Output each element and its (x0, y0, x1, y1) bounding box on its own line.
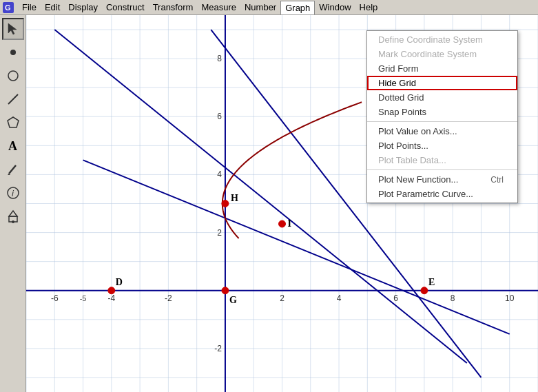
svg-point-13 (12, 220, 14, 223)
svg-text:G: G (5, 3, 11, 12)
main-area: A i Define Coordinat (0, 15, 538, 392)
svg-marker-12 (9, 211, 17, 216)
menu-plot-new-function[interactable]: Plot New Function... Ctrl (367, 172, 517, 187)
menu-plot-table-data[interactable]: Plot Table Data... (367, 153, 517, 167)
arrow-tool[interactable] (2, 18, 24, 40)
menu-window[interactable]: Window (315, 1, 355, 14)
svg-marker-8 (8, 174, 10, 175)
svg-line-7 (9, 165, 16, 174)
menu-transform[interactable]: Transform (149, 1, 198, 14)
menu-edit[interactable]: Edit (41, 1, 64, 14)
toolbar: A i (0, 15, 26, 392)
svg-marker-6 (8, 117, 19, 127)
marker-tool[interactable] (2, 158, 24, 180)
compass-tool[interactable] (2, 65, 24, 87)
menu-number[interactable]: Number (240, 1, 280, 14)
menu-divider-2 (367, 169, 517, 170)
menu-file[interactable]: File (18, 1, 41, 14)
menu-plot-parametric-curve[interactable]: Plot Parametric Curve... (367, 187, 517, 201)
menu-construct[interactable]: Construct (102, 1, 149, 14)
menubar: G File Edit Display Construct Transform … (0, 0, 538, 15)
menu-plot-new-function-shortcut: Ctrl (490, 175, 504, 185)
menu-help[interactable]: Help (355, 1, 382, 14)
menu-plot-value-on-axis[interactable]: Plot Value on Axis... (367, 124, 517, 138)
point-tool[interactable] (2, 41, 24, 63)
line-tool[interactable] (2, 88, 24, 110)
app-icon: G (1, 1, 15, 14)
menu-plot-new-function-label: Plot New Function... (378, 174, 458, 185)
graph-dropdown-menu[interactable]: Define Coordinate System Mark Coordinate… (366, 30, 518, 203)
menu-display[interactable]: Display (64, 1, 102, 14)
menu-plot-points[interactable]: Plot Points... (367, 138, 517, 153)
menu-graph[interactable]: Graph (280, 1, 315, 14)
menu-define-coordinate[interactable]: Define Coordinate System (367, 32, 517, 47)
menu-grid-form[interactable]: Grid Form (367, 61, 517, 76)
svg-text:i: i (12, 188, 14, 198)
menu-snap-points[interactable]: Snap Points (367, 105, 517, 119)
menu-hide-grid[interactable]: Hide Grid (367, 76, 517, 90)
canvas-area: Define Coordinate System Mark Coordinate… (26, 15, 538, 392)
svg-point-4 (8, 71, 18, 81)
text-tool[interactable]: A (2, 135, 24, 157)
menu-measure[interactable]: Measure (197, 1, 240, 14)
polygon-tool[interactable] (2, 112, 24, 134)
svg-point-3 (10, 50, 16, 55)
menu-divider-1 (367, 121, 517, 122)
menu-mark-coordinate[interactable]: Mark Coordinate System (367, 47, 517, 61)
svg-line-5 (8, 94, 18, 104)
hand-tool[interactable] (2, 205, 24, 227)
info-tool[interactable]: i (2, 182, 24, 204)
svg-marker-2 (8, 23, 17, 34)
menu-dotted-grid[interactable]: Dotted Grid (367, 90, 517, 105)
